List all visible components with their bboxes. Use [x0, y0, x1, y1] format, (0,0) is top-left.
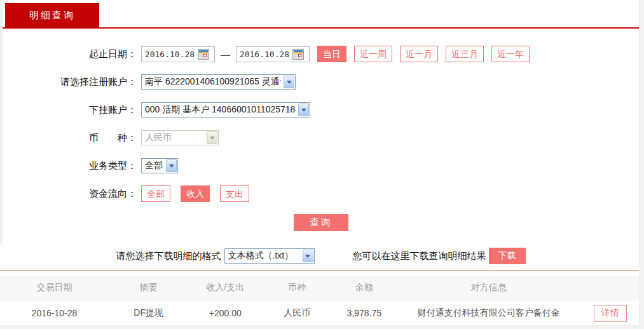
quick-range-month-button[interactable]: 近一月: [400, 46, 438, 62]
cell-counterparty: 财付通支付科技有限公司客户备付金: [396, 300, 581, 326]
chevron-down-icon: [207, 131, 217, 144]
cell-summary: DF提现: [109, 300, 189, 326]
query-button[interactable]: 查询: [294, 214, 348, 231]
download-button[interactable]: 下载: [489, 248, 526, 264]
fund-direction-all-button[interactable]: 全部: [141, 185, 170, 202]
register-account-value: 南平 6222001406100921065 灵通卡: [145, 76, 281, 88]
results-divider: [0, 270, 639, 271]
cell-date: 2016-10-28: [0, 300, 109, 326]
header-amount: 收入/支出: [188, 276, 262, 300]
tabbar: 明细查询: [3, 0, 639, 29]
chevron-down-icon: [166, 159, 177, 172]
register-account-row: 请选择注册账户： 南平 6222001406100921065 灵通卡: [3, 68, 639, 96]
download-hint: 您可以在这里下载查询明细结果: [353, 250, 486, 262]
calendar-icon[interactable]: [198, 49, 209, 60]
header-balance: 余额: [332, 276, 397, 300]
fund-direction-income-button[interactable]: 收入: [181, 185, 210, 202]
page-margin-left: [0, 0, 3, 245]
sub-account-value: 000 活期 基本户 1406600101102571848: [145, 104, 296, 116]
end-date-field[interactable]: [236, 46, 310, 62]
tab-detail-query[interactable]: 明细查询: [5, 3, 99, 27]
quick-range-today-button[interactable]: 当日: [317, 46, 346, 62]
fund-direction-label: 资金流向：: [3, 188, 137, 200]
detail-button[interactable]: 详情: [594, 305, 627, 322]
chevron-down-icon: [284, 76, 294, 88]
query-form: 起止日期： — 当日 近一周 近一月 近三月 近一年 请选择注册账户： 南平 6…: [3, 40, 639, 231]
sub-account-row: 下挂账户： 000 活期 基本户 1406600101102571848: [3, 96, 639, 124]
cell-balance: 3,978.75: [332, 300, 397, 326]
page-margin-bottom: [0, 325, 644, 329]
currency-value: 人民币: [145, 132, 204, 144]
register-account-select[interactable]: 南平 6222001406100921065 灵通卡: [141, 74, 296, 90]
cell-actions: 详情: [582, 300, 639, 326]
chevron-down-icon: [303, 250, 313, 262]
date-range-separator: —: [221, 49, 230, 60]
date-range-row: 起止日期： — 当日 近一周 近一月 近三月 近一年: [3, 40, 639, 68]
header-summary: 摘要: [109, 276, 189, 300]
header-counterparty: 对方信息: [396, 276, 581, 300]
results-table: 交易日期 摘要 收入/支出 币种 余额 对方信息 2016-10-28 DF提现…: [0, 276, 639, 327]
business-type-label: 业务类型：: [3, 160, 137, 172]
header-actions: [582, 276, 639, 300]
table-header-row: 交易日期 摘要 收入/支出 币种 余额 对方信息: [0, 276, 639, 300]
download-format-select[interactable]: 文本格式（.txt）: [224, 248, 315, 264]
quick-range-quarter-button[interactable]: 近三月: [446, 46, 484, 62]
currency-label: 币 种：: [3, 132, 137, 144]
end-date-input[interactable]: [236, 50, 292, 59]
table-row: 2016-10-28 DF提现 +200.00 人民币 3,978.75 财付通…: [0, 300, 639, 326]
currency-select: 人民币: [141, 130, 219, 145]
header-date: 交易日期: [0, 276, 109, 300]
start-date-field[interactable]: [141, 46, 215, 62]
register-account-label: 请选择注册账户：: [3, 76, 137, 88]
tab-underline: [3, 27, 639, 29]
sub-account-label: 下挂账户：: [3, 104, 137, 116]
download-format-label: 请您选择下载明细的格式: [116, 250, 221, 262]
currency-row: 币 种： 人民币: [3, 124, 639, 152]
quick-range-year-button[interactable]: 近一年: [491, 46, 530, 62]
quick-range-week-button[interactable]: 近一周: [354, 46, 392, 62]
download-format-value: 文本格式（.txt）: [228, 250, 300, 262]
date-range-label: 起止日期：: [3, 48, 137, 60]
business-type-select[interactable]: 全部: [141, 158, 178, 173]
fund-direction-expense-button[interactable]: 支出: [220, 185, 249, 202]
start-date-input[interactable]: [142, 50, 198, 59]
sub-account-select[interactable]: 000 活期 基本户 1406600101102571848: [141, 102, 310, 117]
cell-amount: +200.00: [188, 300, 262, 326]
calendar-icon[interactable]: [292, 49, 304, 60]
business-type-row: 业务类型： 全部: [3, 152, 639, 180]
page-margin-right: [639, 0, 644, 329]
results-section: 交易日期 摘要 收入/支出 币种 余额 对方信息 2016-10-28 DF提现…: [0, 276, 639, 327]
business-type-value: 全部: [145, 160, 163, 171]
header-currency: 币种: [262, 276, 332, 300]
download-row: 请您选择下载明细的格式 文本格式（.txt） 您可以在这里下载查询明细结果 下载: [3, 248, 639, 264]
chevron-down-icon: [298, 104, 309, 116]
fund-direction-row: 资金流向： 全部 收入 支出: [3, 180, 639, 208]
cell-currency: 人民币: [262, 300, 332, 326]
